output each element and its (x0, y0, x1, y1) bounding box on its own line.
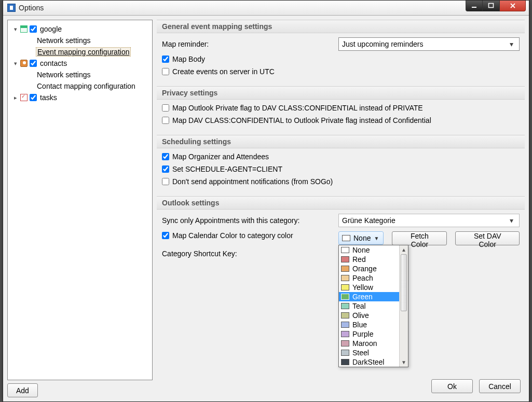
color-option-label: Green (352, 293, 373, 301)
color-option-label: Peach (352, 274, 373, 282)
map-organizer-checkbox[interactable]: Map Organizer and Attendees (162, 153, 269, 161)
scrollbar-thumb[interactable] (401, 254, 407, 311)
color-option-label: Teal (352, 302, 366, 310)
close-button[interactable] (500, 1, 526, 11)
privacy-confidential-checkbox[interactable]: Map Outlook Private flag to DAV CLASS:CO… (162, 104, 423, 112)
color-option[interactable]: Orange (339, 264, 399, 273)
sidebar: ▾googleNetwork settingsEvent mapping con… (7, 20, 153, 397)
color-option[interactable]: None (339, 245, 399, 255)
color-option[interactable]: Teal (339, 301, 399, 311)
svg-rect-1 (489, 3, 494, 7)
tree-item-label: Event mapping configuration (36, 47, 131, 57)
color-option-label: Maroon (352, 339, 377, 348)
chevron-down-icon: ▾ (507, 216, 516, 225)
tree-item-label: google (39, 25, 63, 33)
map-body-checkbox[interactable]: Map Body (162, 55, 205, 63)
tree-item-label: Network settings (36, 36, 91, 45)
color-swatch-icon (341, 303, 349, 309)
scrollbar[interactable]: ▲ ▼ (399, 245, 408, 367)
tree-item-checkbox[interactable] (30, 60, 37, 67)
map-reminder-label: Map reminder: (162, 40, 338, 48)
tree-item[interactable]: Network settings (10, 69, 150, 80)
color-option-label: Orange (352, 265, 377, 273)
scroll-up-icon[interactable]: ▲ (400, 245, 408, 254)
color-option-label: Yellow (352, 283, 373, 292)
cancel-button[interactable]: Cancel (479, 379, 521, 393)
color-swatch-icon (342, 235, 350, 241)
sync-category-select[interactable]: Grüne Kategorie ▾ (338, 214, 520, 227)
color-option[interactable]: Blue (339, 320, 399, 329)
sync-category-value: Grüne Kategorie (342, 216, 395, 225)
expander-icon[interactable]: ▸ (12, 94, 19, 101)
chevron-down-icon: ▾ (507, 40, 516, 48)
color-swatch-icon (341, 266, 349, 272)
tree-item[interactable]: Contact mapping configuration (10, 80, 150, 92)
color-swatch-icon (341, 350, 349, 356)
map-reminder-select[interactable]: Just upcoming reminders ▾ (338, 37, 520, 51)
create-utc-checkbox[interactable]: Create events on server in UTC (162, 67, 275, 76)
tree-item-label: tasks (39, 93, 58, 102)
color-option-label: Steel (352, 349, 369, 357)
tree-item[interactable]: Event mapping configuration (10, 46, 150, 58)
tree-item[interactable]: Network settings (10, 35, 150, 46)
expander-icon[interactable]: ▾ (12, 60, 19, 67)
expander-icon[interactable]: ▾ (12, 26, 19, 33)
color-dropdown[interactable]: NoneRedOrangePeachYellowGreenTealOliveBl… (338, 245, 408, 367)
window-title: Options (19, 4, 44, 12)
dialog-footer: Ok Cancel (431, 379, 521, 393)
client-area: ▾googleNetwork settingsEvent mapping con… (3, 16, 529, 401)
app-icon (7, 4, 16, 12)
scroll-down-icon[interactable]: ▼ (400, 358, 408, 367)
category-color-value: None (353, 234, 371, 242)
tree-item[interactable]: ▾contacts (10, 58, 150, 69)
color-option[interactable]: Red (339, 255, 399, 264)
titlebar[interactable]: Options (3, 1, 529, 16)
color-option-label: Purple (352, 330, 373, 338)
tree-item[interactable]: ▸tasks (10, 92, 150, 103)
category-color-button[interactable]: None ▼ (338, 231, 384, 245)
color-option[interactable]: DarkSteel (339, 357, 399, 367)
color-option-label: Olive (352, 311, 369, 320)
schedule-agent-checkbox[interactable]: Set SCHEDULE-AGENT=CLIENT (162, 165, 282, 173)
calendar-icon (19, 25, 29, 33)
options-window: Options ▾googleNetwork settingsEvent map… (3, 0, 529, 402)
color-swatch-icon (341, 256, 349, 262)
color-swatch-icon (341, 331, 349, 337)
minimize-button[interactable] (466, 1, 483, 11)
map-calendar-color-checkbox[interactable]: Map Calendar Color to category color (162, 231, 338, 240)
color-option[interactable]: Steel (339, 348, 399, 357)
privacy-reverse-checkbox[interactable]: Map DAV CLASS:CONFIDENTIAL to Outlook Pr… (162, 116, 431, 124)
color-option[interactable]: Green (339, 292, 399, 301)
maximize-button[interactable] (483, 1, 500, 11)
section-header-privacy: Privacy settings (157, 86, 525, 100)
section-header-scheduling: Scheduling settings (157, 135, 525, 148)
tree-item-label: Network settings (36, 71, 91, 79)
color-swatch-icon (341, 359, 349, 365)
window-controls (466, 1, 526, 11)
tree-item-checkbox[interactable] (30, 25, 37, 33)
color-swatch-icon (341, 340, 349, 346)
color-option[interactable]: Yellow (339, 283, 399, 292)
fetch-color-button[interactable]: Fetch Color (392, 231, 447, 245)
color-swatch-icon (341, 294, 349, 300)
suppress-notify-checkbox[interactable]: Don't send appointment notifications (fr… (162, 177, 333, 186)
add-button[interactable]: Add (7, 383, 38, 397)
tasks-icon (19, 93, 29, 102)
profile-tree[interactable]: ▾googleNetwork settingsEvent mapping con… (7, 20, 153, 380)
color-option[interactable]: Purple (339, 329, 399, 339)
tree-item-label: Contact mapping configuration (36, 82, 137, 90)
set-dav-color-button[interactable]: Set DAV Color (455, 231, 520, 245)
section-header-general: General event mapping settings (157, 20, 525, 33)
color-swatch-icon (341, 247, 349, 253)
ok-button[interactable]: Ok (431, 379, 473, 393)
chevron-down-icon: ▼ (374, 235, 379, 241)
tree-item[interactable]: ▾google (10, 23, 150, 35)
color-option[interactable]: Peach (339, 273, 399, 283)
tree-item-checkbox[interactable] (30, 94, 37, 101)
color-swatch-icon (341, 312, 349, 318)
color-option[interactable]: Maroon (339, 339, 399, 348)
section-header-outlook: Outlook settings (157, 196, 525, 210)
sync-category-label: Sync only Appointments with this categor… (162, 216, 338, 225)
color-option-label: Red (352, 255, 366, 264)
color-option[interactable]: Olive (339, 311, 399, 320)
